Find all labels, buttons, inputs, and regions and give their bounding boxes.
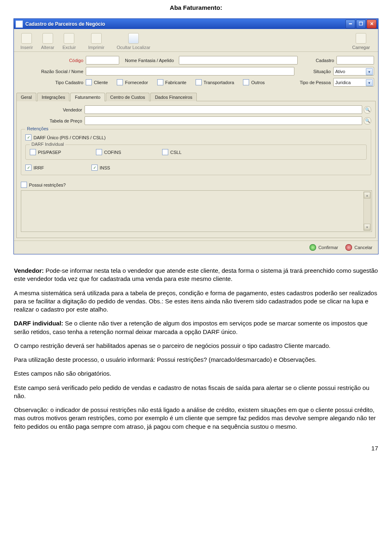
cancel-icon bbox=[345, 244, 352, 251]
cb-transportadora[interactable]: Transportadora bbox=[196, 79, 234, 85]
paragraph: Vendedor: Pode-se informar nesta tela o … bbox=[14, 267, 378, 283]
checkbox-icon bbox=[162, 149, 168, 155]
label-razao: Razão Social / Nome bbox=[18, 69, 86, 74]
cb-darf-unico[interactable]: DARF Único (PIS / COFINS / CSLL) bbox=[25, 134, 106, 140]
checkbox-icon bbox=[25, 165, 31, 171]
checkbox-icon bbox=[86, 79, 92, 85]
codigo-input[interactable] bbox=[86, 56, 119, 65]
cancelar-button[interactable]: Cancelar bbox=[345, 244, 372, 251]
app-icon bbox=[16, 20, 23, 28]
scroll-up-icon[interactable]: ▴ bbox=[364, 192, 370, 198]
search-icon[interactable]: 🔍 bbox=[364, 117, 371, 125]
label-vendedor: Vendedor bbox=[21, 107, 85, 112]
tab-faturamento[interactable]: Faturamento bbox=[70, 93, 105, 101]
term: Vendedor: bbox=[14, 267, 44, 274]
search-icon bbox=[128, 33, 139, 44]
paragraph: Observação: o indicador de possui restri… bbox=[14, 406, 378, 431]
checkbox-icon bbox=[91, 165, 98, 171]
cb-pis[interactable]: PIS/PASEP bbox=[30, 149, 87, 155]
cb-label: Transportadora bbox=[204, 80, 234, 85]
checkbox-icon bbox=[21, 182, 27, 188]
tab-centrocustos[interactable]: Centro de Custos bbox=[106, 93, 150, 101]
reload-icon bbox=[356, 33, 366, 44]
cb-label: IRRF bbox=[33, 165, 44, 170]
toolbar-label: Carregar bbox=[352, 45, 370, 50]
plus-icon bbox=[21, 33, 32, 44]
toolbar-excluir[interactable]: Excluir bbox=[59, 31, 79, 51]
cb-fabricante[interactable]: Fabricante bbox=[157, 79, 187, 85]
group-retencoes: Retenções DARF Único (PIS / COFINS / CSL… bbox=[21, 129, 371, 175]
maximize-button[interactable]: ❐ bbox=[356, 20, 366, 29]
cb-label: COFINS bbox=[104, 150, 121, 155]
razao-input[interactable] bbox=[86, 67, 294, 76]
tabelapreco-input[interactable] bbox=[85, 116, 362, 125]
delete-icon bbox=[64, 33, 74, 44]
btn-label: Cancelar bbox=[354, 245, 372, 250]
cb-label: Cliente bbox=[94, 80, 108, 85]
checkbox-icon bbox=[25, 134, 31, 140]
toolbar-carregar[interactable]: Carregar bbox=[349, 31, 373, 51]
label-situacao: Situação bbox=[300, 69, 333, 74]
cb-fornecedor[interactable]: Fornecedor bbox=[117, 79, 148, 85]
page-number: 17 bbox=[0, 437, 392, 452]
situacao-select[interactable]: Ativo ▾ bbox=[333, 67, 374, 76]
tipopessoa-select[interactable]: Juridica ▾ bbox=[333, 78, 374, 87]
app-window: Cadastro de Parceiros de Negócio ━ ❐ ✕ I… bbox=[13, 18, 379, 254]
cb-possui-restricoes[interactable]: Possui restrições? bbox=[21, 182, 66, 188]
vendedor-input[interactable] bbox=[85, 105, 362, 114]
confirmar-button[interactable]: Confirmar bbox=[310, 244, 338, 251]
scroll-down-icon[interactable]: ▾ bbox=[364, 224, 370, 230]
checkbox-icon bbox=[243, 79, 249, 85]
text: Pode-se informar nesta tela o vendedor q… bbox=[14, 267, 378, 282]
chevron-down-icon: ▾ bbox=[366, 68, 373, 75]
toolbar-label: Inserir bbox=[20, 45, 33, 50]
situacao-value: Ativo bbox=[335, 69, 345, 74]
cb-cofins[interactable]: COFINS bbox=[96, 149, 153, 155]
nomefantasia-input[interactable] bbox=[179, 56, 298, 65]
cb-cliente[interactable]: Cliente bbox=[86, 79, 108, 85]
toolbar-label: Alterar bbox=[41, 45, 54, 50]
legend-darf-individual: DARF Individual bbox=[30, 142, 65, 147]
cb-csll[interactable]: CSLL bbox=[162, 149, 182, 155]
toolbar-label: Ocultar Localizar bbox=[117, 45, 151, 50]
restricoes-textarea[interactable]: ▴ ▾ bbox=[21, 190, 372, 232]
checkbox-icon bbox=[157, 79, 163, 85]
toolbar-alterar[interactable]: Alterar bbox=[38, 31, 58, 51]
paragraph: Estes campos não são obrigatórios. bbox=[14, 370, 378, 378]
toolbar-inserir[interactable]: Inserir bbox=[17, 31, 36, 51]
search-icon[interactable]: 🔍 bbox=[364, 106, 371, 114]
tipopessoa-value: Juridica bbox=[335, 80, 351, 85]
chevron-down-icon: ▾ bbox=[366, 79, 373, 86]
cb-inss[interactable]: INSS bbox=[91, 165, 110, 171]
label-codigo: Código bbox=[18, 58, 86, 63]
cb-label: Outros bbox=[251, 80, 265, 85]
legend-retencoes: Retenções bbox=[25, 126, 50, 131]
cb-outros[interactable]: Outros bbox=[243, 79, 265, 85]
toolbar-label: Imprimir bbox=[88, 45, 105, 50]
check-icon bbox=[310, 244, 316, 251]
paragraph: DARF individual: Se o cliente não tiver … bbox=[14, 319, 378, 336]
checkbox-icon bbox=[117, 79, 123, 85]
label-tipopessoa: Tipo de Pessoa bbox=[292, 80, 333, 85]
cb-irrf[interactable]: IRRF bbox=[25, 165, 82, 171]
cadastro-input[interactable] bbox=[336, 56, 374, 65]
tab-geral[interactable]: Geral bbox=[16, 93, 36, 101]
term: DARF individual: bbox=[14, 320, 63, 327]
minimize-button[interactable]: ━ bbox=[345, 20, 355, 29]
close-button[interactable]: ✕ bbox=[367, 20, 376, 29]
toolbar: Inserir Alterar Excluir Imprimir Ocultar… bbox=[14, 29, 378, 52]
printer-icon bbox=[91, 33, 102, 44]
window-title: Cadastro de Parceiros de Negócio bbox=[25, 21, 345, 27]
toolbar-ocultar-localizar[interactable]: Ocultar Localizar bbox=[114, 31, 154, 51]
toolbar-imprimir[interactable]: Imprimir bbox=[85, 31, 108, 51]
scrollbar[interactable]: ▴ ▾ bbox=[363, 192, 371, 231]
label-tabelapreco: Tabela de Preço bbox=[21, 118, 85, 123]
paragraph: O campo restrição deverá ser habilitados… bbox=[14, 342, 378, 350]
header-form: Código Nome Fantasia / Apelido Cadastro … bbox=[14, 52, 378, 92]
tab-dadosfinanceiros[interactable]: Dados Financeiros bbox=[150, 93, 197, 101]
edit-icon bbox=[42, 33, 53, 44]
cb-label: CSLL bbox=[170, 150, 182, 155]
tab-integracoes[interactable]: Integrações bbox=[37, 93, 69, 101]
group-darf-individual: DARF Individual PIS/PASEP COFINS CSLL bbox=[25, 145, 367, 160]
cb-label: INSS bbox=[100, 165, 110, 170]
